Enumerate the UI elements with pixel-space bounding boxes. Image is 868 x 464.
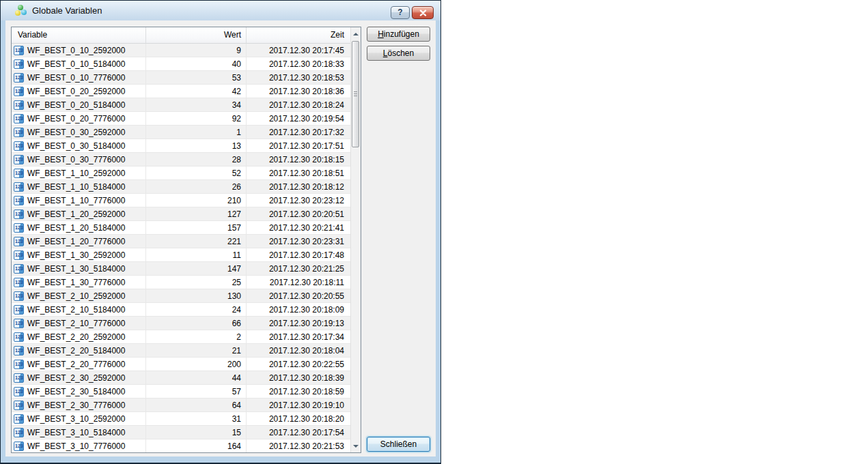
variable-name: WF_BEST_1_20_5184000 [27, 223, 125, 233]
variable-value: 11 [146, 248, 247, 262]
table-row[interactable]: 123 WF_BEST_0_20_7776000 92 2017.12.30 2… [12, 112, 350, 126]
global-variables-dialog: Globale Variablen ? Variable Wert Zeit 1… [0, 0, 441, 464]
scrollbar-grip-icon [354, 91, 357, 97]
variable-value: 31 [146, 412, 247, 426]
variable-time: 2017.12.30 20:18:53 [247, 71, 350, 85]
numeric-variable-icon: 123 [14, 360, 24, 369]
variable-time: 2017.12.30 20:20:51 [247, 207, 350, 221]
scroll-up-button[interactable] [351, 27, 361, 40]
table-row[interactable]: 123 WF_BEST_0_30_7776000 28 2017.12.30 2… [12, 153, 350, 166]
table-row[interactable]: 123 WF_BEST_0_20_5184000 34 2017.12.30 2… [12, 98, 350, 112]
help-button[interactable]: ? [391, 6, 410, 19]
numeric-variable-icon: 123 [14, 209, 24, 219]
numeric-variable-icon: 123 [14, 401, 24, 410]
global-variables-table: Variable Wert Zeit 123 WF_BEST_0_10_2592… [11, 27, 361, 453]
variable-value: 64 [146, 398, 247, 412]
table-row[interactable]: 123 WF_BEST_0_30_2592000 1 2017.12.30 20… [12, 126, 350, 139]
variable-value: 53 [146, 71, 247, 85]
numeric-variable-icon: 123 [14, 414, 24, 424]
scroll-down-button[interactable] [351, 440, 361, 452]
table-row[interactable]: 123 WF_BEST_2_20_5184000 21 2017.12.30 2… [12, 344, 350, 358]
variable-time: 2017.12.30 20:18:12 [247, 180, 350, 194]
table-row[interactable]: 123 WF_BEST_1_20_2592000 127 2017.12.30 … [12, 207, 350, 221]
variable-time: 2017.12.30 20:23:31 [247, 235, 350, 248]
numeric-variable-icon: 123 [14, 100, 24, 110]
variable-name: WF_BEST_1_30_2592000 [27, 250, 125, 260]
column-header-variable[interactable]: Variable [12, 27, 146, 43]
variable-time: 2017.12.30 20:18:39 [247, 371, 350, 385]
variable-value: 9 [146, 44, 247, 57]
table-row[interactable]: 123 WF_BEST_2_30_7776000 64 2017.12.30 2… [12, 398, 350, 412]
table-row[interactable]: 123 WF_BEST_2_30_5184000 57 2017.12.30 2… [12, 385, 350, 398]
variable-time: 2017.12.30 20:21:53 [247, 439, 350, 452]
variable-value: 52 [146, 166, 247, 180]
variable-value: 34 [146, 98, 247, 112]
variable-time: 2017.12.30 20:18:24 [247, 98, 350, 112]
close-dialog-button[interactable]: Schließen [367, 437, 430, 452]
variable-name: WF_BEST_1_20_2592000 [27, 209, 125, 219]
close-button[interactable] [412, 6, 434, 19]
variable-time: 2017.12.30 20:21:41 [247, 221, 350, 235]
numeric-variable-icon: 123 [14, 87, 24, 96]
table-row[interactable]: 123 WF_BEST_1_20_5184000 157 2017.12.30 … [12, 221, 350, 235]
variable-value: 25 [146, 276, 247, 289]
variable-time: 2017.12.30 20:17:32 [247, 126, 350, 139]
variable-value: 127 [146, 207, 247, 221]
table-row[interactable]: 123 WF_BEST_3_10_7776000 164 2017.12.30 … [12, 439, 350, 452]
numeric-variable-icon: 123 [14, 141, 24, 151]
table-row[interactable]: 123 WF_BEST_1_30_2592000 11 2017.12.30 2… [12, 248, 350, 262]
table-row[interactable]: 123 WF_BEST_1_30_5184000 147 2017.12.30 … [12, 262, 350, 276]
table-row[interactable]: 123 WF_BEST_0_20_2592000 42 2017.12.30 2… [12, 85, 350, 98]
scrollbar-thumb[interactable] [352, 41, 359, 147]
numeric-variable-icon: 123 [14, 441, 24, 451]
delete-button[interactable]: Löschen [367, 46, 430, 61]
numeric-variable-icon: 123 [14, 128, 24, 137]
table-row[interactable]: 123 WF_BEST_2_20_2592000 2 2017.12.30 20… [12, 330, 350, 344]
variable-time: 2017.12.30 20:19:54 [247, 112, 350, 126]
add-button[interactable]: Hinzufügen [367, 27, 430, 42]
variable-time: 2017.12.30 20:18:36 [247, 85, 350, 98]
variable-value: 44 [146, 371, 247, 385]
numeric-variable-icon: 123 [14, 305, 24, 315]
table-row[interactable]: 123 WF_BEST_1_30_7776000 25 2017.12.30 2… [12, 276, 350, 289]
table-row[interactable]: 123 WF_BEST_3_10_2592000 31 2017.12.30 2… [12, 412, 350, 426]
table-row[interactable]: 123 WF_BEST_1_20_7776000 221 2017.12.30 … [12, 235, 350, 248]
table-row[interactable]: 123 WF_BEST_0_10_7776000 53 2017.12.30 2… [12, 71, 350, 85]
table-row[interactable]: 123 WF_BEST_1_10_7776000 210 2017.12.30 … [12, 194, 350, 207]
variable-value: 24 [146, 303, 247, 317]
table-row[interactable]: 123 WF_BEST_0_30_5184000 13 2017.12.30 2… [12, 139, 350, 153]
column-header-wert[interactable]: Wert [146, 27, 247, 43]
vertical-scrollbar[interactable] [350, 27, 361, 452]
variable-name: WF_BEST_1_10_5184000 [27, 182, 125, 192]
variable-name: WF_BEST_1_10_7776000 [27, 196, 125, 205]
variable-value: 40 [146, 57, 247, 71]
table-row[interactable]: 123 WF_BEST_2_10_7776000 66 2017.12.30 2… [12, 317, 350, 330]
variable-time: 2017.12.30 20:23:12 [247, 194, 350, 207]
table-row[interactable]: 123 WF_BEST_2_30_2592000 44 2017.12.30 2… [12, 371, 350, 385]
variable-value: 15 [146, 426, 247, 439]
numeric-variable-icon: 123 [14, 114, 24, 124]
numeric-variable-icon: 123 [14, 332, 24, 342]
variable-name: WF_BEST_2_30_7776000 [27, 401, 125, 410]
table-row[interactable]: 123 WF_BEST_1_10_5184000 26 2017.12.30 2… [12, 180, 350, 194]
table-row[interactable]: 123 WF_BEST_0_10_2592000 9 2017.12.30 20… [12, 44, 350, 57]
icon-ball-cyan [21, 10, 27, 15]
column-header-zeit[interactable]: Zeit [247, 27, 350, 43]
variable-time: 2017.12.30 20:19:10 [247, 398, 350, 412]
variable-time: 2017.12.30 20:17:45 [247, 44, 350, 57]
variable-name: WF_BEST_1_20_7776000 [27, 237, 125, 246]
numeric-variable-icon: 123 [14, 155, 24, 164]
table-row[interactable]: 123 WF_BEST_0_10_5184000 40 2017.12.30 2… [12, 57, 350, 71]
table-content: Variable Wert Zeit 123 WF_BEST_0_10_2592… [12, 27, 350, 452]
numeric-variable-icon: 123 [14, 319, 24, 328]
variable-value: 66 [146, 317, 247, 330]
variable-value: 13 [146, 139, 247, 153]
table-row[interactable]: 123 WF_BEST_2_10_2592000 130 2017.12.30 … [12, 289, 350, 303]
table-row[interactable]: 123 WF_BEST_3_10_5184000 15 2017.12.30 2… [12, 426, 350, 439]
titlebar[interactable]: Globale Variablen ? [1, 1, 440, 20]
table-row[interactable]: 123 WF_BEST_2_20_7776000 200 2017.12.30 … [12, 358, 350, 371]
table-row[interactable]: 123 WF_BEST_2_10_5184000 24 2017.12.30 2… [12, 303, 350, 317]
variable-name: WF_BEST_2_10_7776000 [27, 319, 125, 328]
variable-name: WF_BEST_2_20_2592000 [27, 332, 125, 342]
table-row[interactable]: 123 WF_BEST_1_10_2592000 52 2017.12.30 2… [12, 166, 350, 180]
